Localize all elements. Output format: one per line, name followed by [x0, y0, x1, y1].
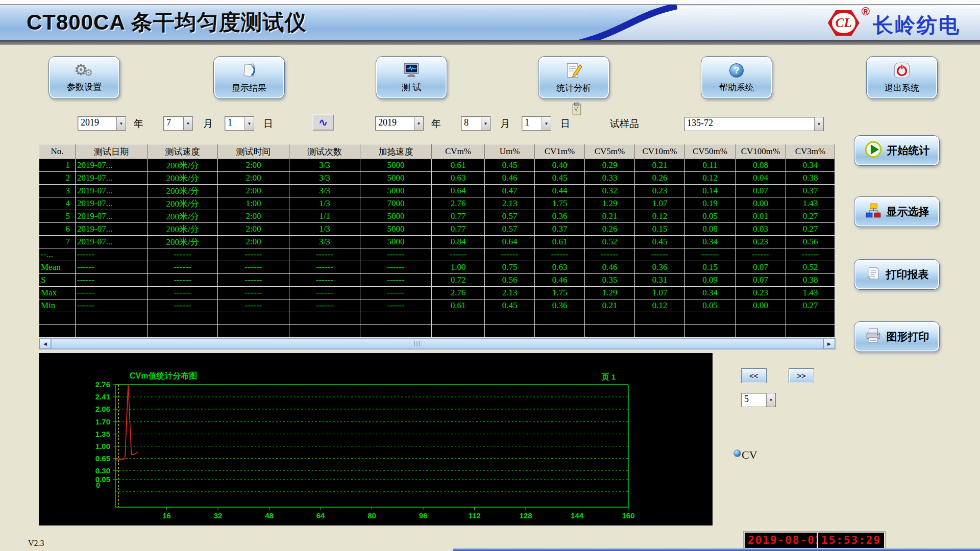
table-cell: ------ — [218, 287, 289, 299]
table-cell: S — [39, 274, 76, 287]
column-header[interactable]: CV50m% — [685, 144, 736, 159]
end-day-select[interactable]: 1▼ — [522, 116, 551, 131]
chevron-down-icon[interactable]: ▼ — [116, 117, 126, 130]
table-row[interactable] — [39, 325, 835, 338]
table-cell: 0.63 — [535, 261, 585, 274]
title-bar: CT800CA 条干均匀度测试仪 CL ® 长岭纺电 — [0, 0, 980, 40]
table-row[interactable]: Max------------------------------2.762.1… — [39, 287, 835, 299]
page-next-button[interactable]: >> — [789, 368, 814, 383]
column-header[interactable]: CV3m% — [786, 144, 835, 159]
y-tick-label: 1.70 — [95, 417, 110, 426]
scroll-left-icon[interactable]: ◀ — [39, 339, 51, 349]
help-button[interactable]: ? 帮助系统 — [701, 56, 772, 99]
page-prev-button[interactable]: << — [741, 368, 767, 383]
end-year-select[interactable]: 2019▼ — [375, 116, 424, 131]
table-row[interactable]: 72019-07...200米/分2:003/350000.840.640.61… — [39, 236, 835, 248]
table-cell: ------ — [289, 248, 360, 261]
table-cell: 1.29 — [585, 197, 635, 210]
table-cell: 1:00 — [218, 197, 289, 210]
table-row[interactable] — [39, 312, 835, 325]
table-cell: 5000 — [360, 159, 432, 172]
cv-series-label: CV — [742, 448, 757, 462]
table-row[interactable]: 32019-07...200米/分2:003/350000.640.470.44… — [39, 185, 835, 197]
end-month-select[interactable]: 8▼ — [461, 116, 491, 131]
table-row[interactable]: Min------------------------------0.610.4… — [39, 299, 835, 312]
column-header[interactable]: CV1m% — [535, 144, 585, 159]
table-cell: 2019-07... — [76, 236, 148, 248]
table-cell: 2.13 — [485, 287, 535, 299]
chevron-down-icon[interactable]: ▼ — [183, 117, 192, 130]
table-cell: Max — [39, 287, 76, 299]
table-row[interactable]: --...-----------------------------------… — [39, 248, 835, 261]
scroll-right-icon[interactable]: ▶ — [823, 339, 835, 349]
table-cell: 0.11 — [685, 159, 736, 172]
brand-badge-icon: CL — [828, 10, 860, 36]
column-header[interactable]: 测试速度 — [148, 144, 218, 159]
table-row[interactable]: Mean------------------------------1.000.… — [39, 261, 835, 274]
table-hscrollbar[interactable]: ◀ ▶ — [39, 338, 836, 349]
chevron-down-icon[interactable]: ▼ — [244, 117, 254, 130]
table-cell: 0.31 — [635, 274, 685, 287]
table-row[interactable]: 42019-07...200米/分1:001/370002.762.131.75… — [39, 197, 835, 210]
clock-time: 15:53:29 — [817, 532, 885, 549]
cvm-distribution-chart[interactable]: 2.762.412.061.701.351.000.650.300.050163… — [39, 353, 713, 525]
start-day-select[interactable]: 1▼ — [225, 116, 254, 131]
table-row[interactable]: 62019-07...200米/分2:001/350000.770.570.37… — [39, 223, 835, 236]
page-size-select[interactable]: 5▼ — [741, 393, 776, 407]
statistics-button[interactable]: 统计分析 — [538, 56, 609, 99]
table-cell: 0.52 — [585, 236, 635, 248]
table-cell: 200米/分 — [148, 236, 218, 248]
table-cell: 200米/分 — [148, 159, 218, 172]
table-row[interactable]: 52019-07...200米/分2:001/150000.770.570.36… — [39, 210, 835, 223]
display-select-button[interactable]: 显示选择 — [854, 196, 940, 227]
chevron-down-icon[interactable]: ▼ — [766, 393, 775, 407]
table-cell: 0.45 — [485, 159, 535, 172]
orgchart-icon — [865, 203, 882, 221]
table-cell: 0.05 — [685, 210, 736, 223]
column-header[interactable]: CV100m% — [736, 144, 786, 159]
column-header[interactable]: CV5m% — [585, 144, 635, 159]
chevron-down-icon[interactable]: ▼ — [542, 117, 551, 130]
start-statistics-button[interactable]: 开始统计 — [854, 135, 940, 166]
table-cell: ------ — [360, 248, 432, 261]
column-header[interactable]: Um% — [485, 144, 535, 159]
clipboard-icon[interactable] — [572, 102, 582, 118]
table-row[interactable]: 22019-07...200米/分2:003/350000.630.460.45… — [39, 172, 835, 185]
test-button[interactable]: 测 试 — [376, 56, 447, 99]
column-header[interactable]: 测试时间 — [218, 144, 289, 159]
cv-series-toggle: CV — [733, 448, 757, 462]
table-cell: 0.21 — [585, 210, 635, 223]
column-header[interactable]: 加捻速度 — [360, 144, 432, 159]
params-button[interactable]: ⚙⚙ 参数设置 — [48, 56, 120, 99]
chevron-down-icon[interactable]: ▼ — [814, 117, 823, 131]
show-results-button[interactable]: 显示结果 — [213, 56, 285, 99]
scrollbar-thumb[interactable] — [51, 339, 823, 349]
header-divider — [0, 40, 980, 45]
cv-radio-icon[interactable] — [733, 449, 741, 457]
print-report-button[interactable]: 打印报表 — [854, 259, 940, 290]
start-month-select[interactable]: 7▼ — [163, 116, 193, 131]
sample-select[interactable]: 135-72▼ — [684, 117, 824, 131]
column-header[interactable]: CV10m% — [635, 144, 685, 159]
print-graph-button[interactable]: 图形打印 — [854, 321, 940, 352]
table-cell: 0.36 — [535, 299, 585, 312]
column-header[interactable]: No. — [39, 144, 76, 159]
table-row[interactable]: S------------------------------0.720.560… — [39, 274, 835, 287]
table-cell: 0.45 — [635, 236, 685, 248]
table-cell — [585, 312, 635, 325]
chevron-down-icon[interactable]: ▼ — [481, 117, 490, 130]
chevron-down-icon[interactable]: ▼ — [414, 117, 423, 130]
table-cell: 2019-07... — [76, 197, 148, 210]
table-row[interactable]: 12019-07...200米/分2:003/350000.610.450.40… — [39, 159, 835, 172]
exit-button[interactable]: 退出系统 — [866, 56, 938, 99]
column-header[interactable]: 测试日期 — [76, 144, 148, 159]
column-header[interactable]: 测试次数 — [289, 144, 360, 159]
cvm-chart-svg[interactable]: 2.762.412.061.701.351.000.650.300.050163… — [39, 353, 713, 525]
start-year-select[interactable]: 2019▼ — [78, 116, 126, 131]
table-cell: ------ — [535, 248, 585, 261]
column-header[interactable]: CVm% — [432, 144, 485, 159]
display-results-icon — [240, 62, 258, 81]
table-cell: ------ — [685, 248, 736, 261]
table-cell: 1.43 — [786, 197, 835, 210]
clock-date: 2019-08-01 — [744, 532, 826, 549]
